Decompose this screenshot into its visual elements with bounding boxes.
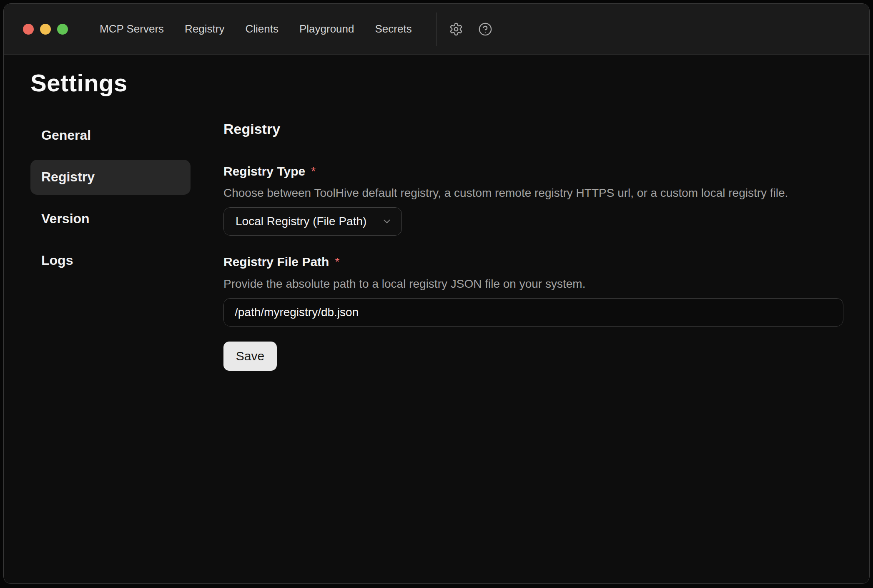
save-button[interactable]: Save: [223, 342, 277, 371]
registry-type-selected-value: Local Registry (File Path): [236, 215, 366, 228]
top-nav: MCP Servers Registry Clients Playground …: [100, 23, 412, 35]
close-button[interactable]: [23, 24, 34, 35]
app-window: MCP Servers Registry Clients Playground …: [3, 3, 870, 584]
registry-file-path-label: Registry File Path: [223, 254, 329, 270]
help-button[interactable]: [476, 20, 494, 38]
section-heading: Registry: [223, 121, 843, 138]
nav-item-registry[interactable]: Registry: [185, 23, 224, 35]
settings-page: Settings General Registry Version Logs R…: [4, 55, 869, 371]
sidebar-item-general[interactable]: General: [30, 118, 191, 153]
minimize-button[interactable]: [40, 24, 51, 35]
sidebar-item-version[interactable]: Version: [30, 201, 191, 236]
registry-file-path-description: Provide the absolute path to a local reg…: [223, 276, 843, 291]
registry-file-path-input[interactable]: [223, 298, 843, 327]
titlebar-divider: [436, 13, 436, 46]
registry-type-description: Choose between ToolHive default registry…: [223, 186, 843, 201]
zoom-button[interactable]: [57, 24, 68, 35]
nav-item-clients[interactable]: Clients: [245, 23, 278, 35]
registry-type-select[interactable]: Local Registry (File Path): [223, 207, 402, 236]
sidebar-item-registry[interactable]: Registry: [30, 160, 191, 195]
nav-item-playground[interactable]: Playground: [299, 23, 354, 35]
registry-type-label-row: Registry Type *: [223, 163, 843, 179]
nav-item-mcp-servers[interactable]: MCP Servers: [100, 23, 164, 35]
settings-gear-button[interactable]: [447, 20, 465, 38]
gear-icon: [449, 22, 463, 36]
settings-sidebar: General Registry Version Logs: [30, 118, 191, 371]
registry-file-path-label-row: Registry File Path *: [223, 254, 843, 270]
help-circle-icon: [478, 22, 492, 36]
nav-item-secrets[interactable]: Secrets: [375, 23, 412, 35]
registry-settings-panel: Registry Registry Type * Choose between …: [223, 118, 843, 371]
window-controls: [23, 24, 68, 35]
sidebar-item-logs[interactable]: Logs: [30, 243, 191, 278]
registry-type-label: Registry Type: [223, 163, 305, 179]
required-asterisk: *: [335, 254, 339, 269]
titlebar: MCP Servers Registry Clients Playground …: [4, 4, 869, 55]
page-title: Settings: [30, 70, 869, 96]
required-asterisk: *: [311, 163, 316, 178]
chevron-down-icon: [381, 216, 392, 227]
